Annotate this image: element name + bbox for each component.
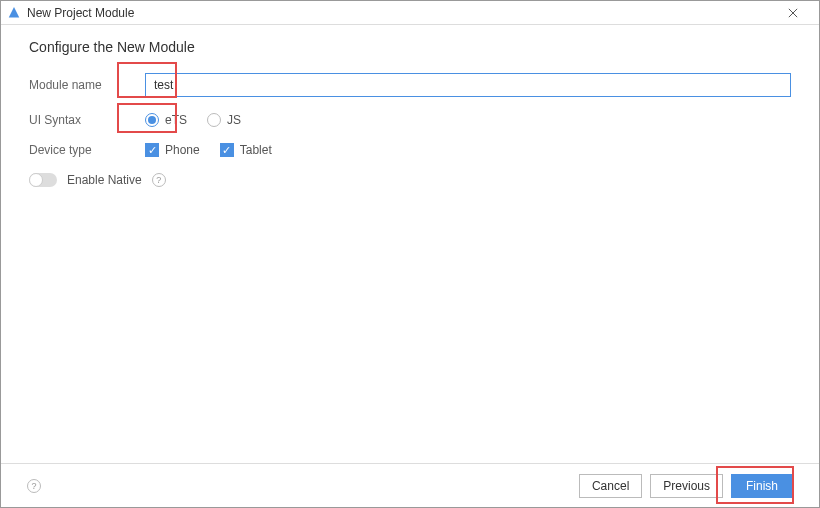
ui-syntax-ets-label: eTS (165, 113, 187, 127)
new-project-module-dialog: New Project Module Configure the New Mod… (0, 0, 820, 508)
module-name-row: Module name (29, 73, 791, 97)
previous-button[interactable]: Previous (650, 474, 723, 498)
ui-syntax-row: UI Syntax eTS JS (29, 113, 791, 127)
dialog-content: Configure the New Module Module name UI … (1, 25, 819, 463)
radio-checked-icon (145, 113, 159, 127)
ui-syntax-group: eTS JS (145, 113, 241, 127)
device-type-group: ✓ Phone ✓ Tablet (145, 143, 272, 157)
checkbox-checked-icon: ✓ (145, 143, 159, 157)
enable-native-label: Enable Native (67, 173, 142, 187)
ui-syntax-js-radio[interactable]: JS (207, 113, 241, 127)
page-heading: Configure the New Module (29, 39, 791, 55)
finish-button[interactable]: Finish (731, 474, 793, 498)
close-button[interactable] (773, 1, 813, 25)
title-bar: New Project Module (1, 1, 819, 25)
checkbox-checked-icon: ✓ (220, 143, 234, 157)
module-name-label: Module name (29, 78, 145, 92)
ui-syntax-js-label: JS (227, 113, 241, 127)
ui-syntax-ets-radio[interactable]: eTS (145, 113, 187, 127)
device-type-row: Device type ✓ Phone ✓ Tablet (29, 143, 791, 157)
help-icon[interactable]: ? (152, 173, 166, 187)
device-tablet-checkbox[interactable]: ✓ Tablet (220, 143, 272, 157)
device-phone-label: Phone (165, 143, 200, 157)
toggle-knob (29, 173, 43, 187)
device-phone-checkbox[interactable]: ✓ Phone (145, 143, 200, 157)
app-icon (7, 6, 21, 20)
enable-native-row: Enable Native ? (29, 173, 791, 187)
ui-syntax-label: UI Syntax (29, 113, 145, 127)
dialog-footer: ? Cancel Previous Finish (1, 463, 819, 507)
device-tablet-label: Tablet (240, 143, 272, 157)
footer-help-icon[interactable]: ? (27, 479, 41, 493)
enable-native-toggle[interactable] (29, 173, 57, 187)
device-type-label: Device type (29, 143, 145, 157)
radio-unchecked-icon (207, 113, 221, 127)
cancel-button[interactable]: Cancel (579, 474, 642, 498)
dialog-title: New Project Module (27, 6, 773, 20)
module-name-input[interactable] (145, 73, 791, 97)
